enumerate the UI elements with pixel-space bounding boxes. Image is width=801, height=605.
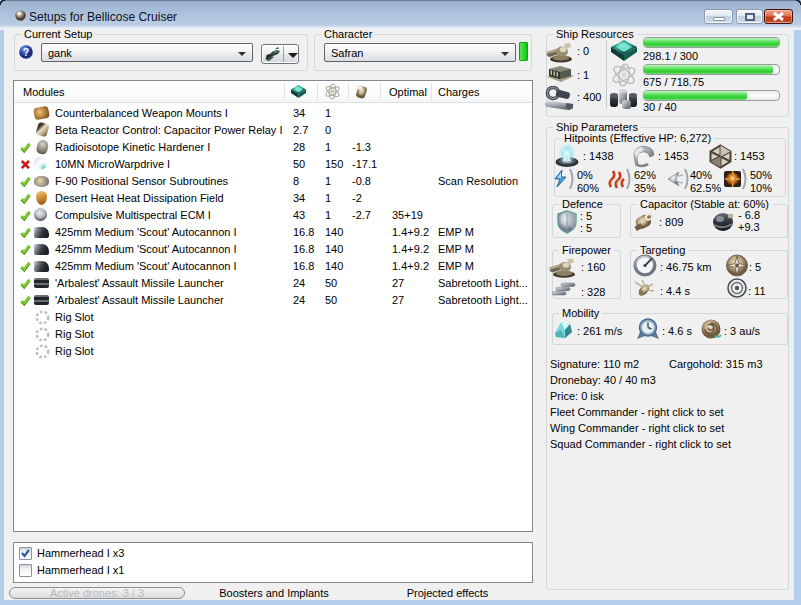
svg-text:?: ?	[23, 47, 29, 58]
